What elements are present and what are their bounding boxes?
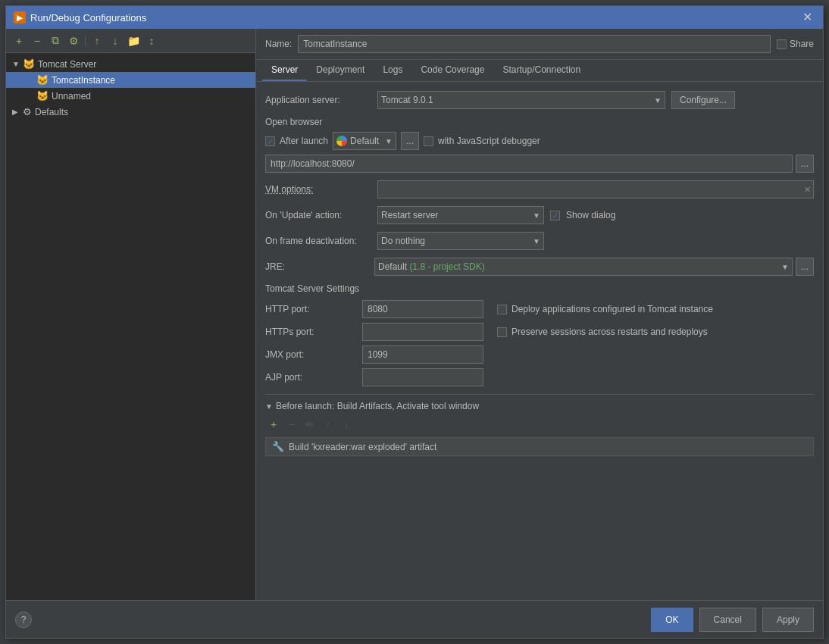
jre-select[interactable]: Default (1.8 - project SDK) ▼ — [374, 258, 793, 276]
tab-code-coverage[interactable]: Code Coverage — [411, 60, 493, 81]
name-input[interactable] — [298, 35, 771, 53]
before-launch-header: ▼ Before launch: Build Artifacts, Activa… — [265, 401, 814, 411]
jre-ellipsis-button[interactable]: ... — [796, 258, 814, 276]
http-port-label: HTTP port: — [265, 304, 356, 314]
toolbar-divider — [85, 36, 86, 46]
http-port-input[interactable] — [362, 300, 483, 318]
preserve-sessions-checkbox[interactable] — [497, 327, 507, 337]
title-bar-left: ▶ Run/Debug Configurations — [14, 11, 146, 23]
config-tree: ▼ 🐱 Tomcat Server 🐱 TomcatInstance 🐱 Unn… — [6, 53, 255, 600]
on-frame-value: Do nothing — [381, 236, 425, 246]
url-input[interactable] — [265, 155, 793, 173]
on-update-label: On 'Update' action: — [265, 210, 371, 220]
ajp-port-label: AJP port: — [265, 372, 356, 383]
browser-ellipsis-button[interactable]: ... — [401, 132, 419, 150]
vm-options-input[interactable] — [377, 180, 814, 199]
app-server-row: Application server: Tomcat 9.0.1 ▼ Confi… — [265, 91, 814, 109]
defaults-label: Defaults — [35, 107, 68, 117]
jmx-port-input[interactable] — [362, 345, 483, 364]
show-dialog-label: Show dialog — [566, 210, 615, 220]
copy-config-button[interactable]: ⧉ — [47, 33, 64, 49]
on-frame-label: On frame deactivation: — [265, 236, 371, 246]
left-panel: + − ⧉ ⚙ ↑ ↓ 📁 ↕ ▼ 🐱 Tomcat Server 🐱 — [6, 29, 256, 600]
main-content: + − ⧉ ⚙ ↑ ↓ 📁 ↕ ▼ 🐱 Tomcat Server 🐱 — [6, 29, 823, 600]
after-launch-label: After launch — [280, 136, 328, 146]
app-icon: ▶ — [14, 11, 26, 23]
move-down-button[interactable]: ↓ — [107, 33, 124, 49]
share-row: Share — [777, 39, 814, 49]
deploy-apps-row: Deploy applications configured in Tomcat… — [497, 304, 814, 314]
jre-label: JRE: — [265, 261, 371, 272]
tab-logs[interactable]: Logs — [374, 60, 411, 81]
unnamed-label: Unnamed — [52, 91, 91, 102]
https-port-input[interactable] — [362, 323, 483, 341]
on-frame-select[interactable]: Do nothing ▼ — [377, 232, 544, 250]
jre-arrow: ▼ — [781, 263, 789, 271]
tab-startup-connection[interactable]: Startup/Connection — [493, 60, 590, 81]
share-checkbox[interactable] — [777, 39, 787, 49]
on-frame-arrow: ▼ — [533, 237, 540, 245]
build-icon: 🔧 — [272, 441, 284, 452]
tomcat-settings-title: Tomcat Server Settings — [265, 283, 814, 294]
tomcat-server-icon: 🐱 — [23, 58, 35, 70]
before-up-button[interactable]: ↑ — [320, 416, 336, 433]
cancel-button[interactable]: Cancel — [699, 608, 756, 632]
tree-item-tomcat-instance[interactable]: 🐱 TomcatInstance — [6, 72, 255, 88]
browser-name: Default — [350, 136, 379, 146]
ajp-port-input[interactable] — [362, 368, 483, 386]
title-bar: ▶ Run/Debug Configurations ✕ — [6, 6, 823, 29]
preserve-sessions-row: Preserve sessions across restarts and re… — [497, 327, 814, 337]
right-panel: Name: Share Server Deployment Logs Code … — [256, 29, 823, 600]
help-button[interactable]: ? — [15, 611, 32, 628]
tab-server[interactable]: Server — [262, 60, 307, 81]
after-launch-checkbox[interactable] — [265, 136, 275, 146]
before-edit-button[interactable]: ✏ — [302, 416, 318, 433]
jmx-port-label: JMX port: — [265, 349, 356, 360]
ok-button[interactable]: OK — [651, 608, 693, 632]
add-config-button[interactable]: + — [11, 33, 27, 49]
remove-config-button[interactable]: − — [29, 33, 45, 49]
tree-arrow-defaults: ▶ — [12, 108, 20, 116]
on-update-select[interactable]: Restart server ▼ — [377, 206, 544, 224]
js-debugger-checkbox[interactable] — [424, 136, 433, 146]
app-server-select[interactable]: Tomcat 9.0.1 ▼ — [377, 91, 665, 109]
apply-button[interactable]: Apply — [762, 608, 814, 632]
tree-item-unnamed[interactable]: 🐱 Unnamed — [6, 88, 255, 104]
close-button[interactable]: ✕ — [799, 10, 815, 25]
deploy-apps-checkbox[interactable] — [497, 305, 507, 314]
tabs-bar: Server Deployment Logs Code Coverage Sta… — [256, 60, 823, 82]
before-toolbar: + − ✏ ↑ ↓ — [265, 416, 814, 433]
tree-item-tomcat-server[interactable]: ▼ 🐱 Tomcat Server — [6, 56, 255, 72]
dialog-title: Run/Debug Configurations — [30, 12, 146, 23]
url-ellipsis-button[interactable]: ... — [796, 155, 814, 173]
vm-options-row: VM options: ✕ — [265, 180, 814, 199]
tree-item-defaults[interactable]: ▶ ⚙ Defaults — [6, 104, 255, 120]
app-server-arrow: ▼ — [654, 96, 662, 105]
on-update-row: On 'Update' action: Restart server ▼ Sho… — [265, 206, 814, 224]
folder-button[interactable]: 📁 — [125, 33, 142, 49]
before-add-button[interactable]: + — [265, 416, 282, 433]
sort-button[interactable]: ↕ — [143, 33, 160, 49]
before-down-button[interactable]: ↓ — [338, 416, 355, 433]
config-area: Application server: Tomcat 9.0.1 ▼ Confi… — [256, 82, 823, 600]
jre-default: Default — [378, 261, 407, 272]
tree-arrow-tomcat: ▼ — [12, 60, 20, 68]
configure-button[interactable]: Configure... — [671, 91, 735, 109]
left-toolbar: + − ⧉ ⚙ ↑ ↓ 📁 ↕ — [6, 29, 255, 53]
footer-left: ? — [15, 611, 32, 628]
move-up-button[interactable]: ↑ — [89, 33, 105, 49]
before-remove-button[interactable]: − — [283, 416, 300, 433]
after-launch-row: After launch Default ▼ ... with JavaScri… — [265, 132, 814, 150]
settings-button[interactable]: ⚙ — [65, 33, 82, 49]
tab-deployment[interactable]: Deployment — [307, 60, 374, 81]
on-update-arrow: ▼ — [533, 211, 540, 220]
show-dialog-checkbox[interactable] — [550, 211, 560, 220]
vm-clear-button[interactable]: ✕ — [802, 186, 812, 194]
https-port-label: HTTPs port: — [265, 327, 356, 337]
share-label: Share — [790, 39, 814, 49]
browser-select[interactable]: Default ▼ — [333, 132, 396, 150]
name-row: Name: Share — [256, 29, 823, 60]
before-launch-arrow: ▼ — [265, 402, 273, 411]
tomcat-instance-label: TomcatInstance — [52, 75, 115, 86]
name-label: Name: — [265, 39, 292, 49]
